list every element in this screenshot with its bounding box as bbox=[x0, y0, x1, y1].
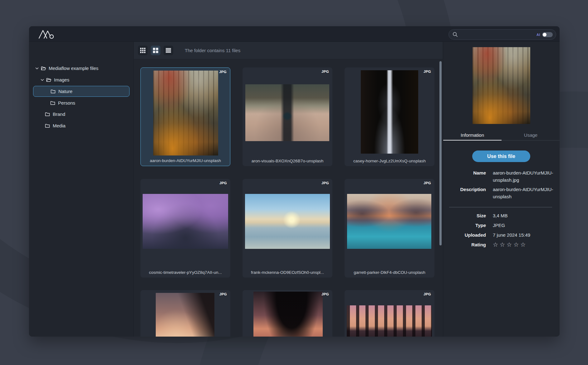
star-icon[interactable]: ☆ bbox=[520, 241, 526, 248]
file-type-badge: JPG bbox=[321, 181, 329, 185]
mediaflow-window: AI Mediaflow example files bbox=[29, 26, 560, 337]
meta-rating-row: Rating ☆ ☆ ☆ ☆ ☆ bbox=[444, 241, 559, 248]
sidebar-item-images[interactable]: Images bbox=[33, 74, 130, 85]
file-card[interactable]: JPG casey-horner-JvgLz2UmXsQ-unsplash bbox=[345, 67, 434, 166]
file-thumbnail bbox=[143, 194, 228, 249]
main-toolbar: The folder contains 11 files bbox=[134, 42, 443, 59]
meta-label: Type bbox=[444, 222, 486, 229]
file-card[interactable]: JPG garrett-parker-DlkF4-dbCOU-unsplash bbox=[345, 179, 434, 278]
sidebar-item-nature[interactable]: Nature bbox=[33, 86, 130, 97]
file-card[interactable]: JPG frank-mckenna-OD9EOzfSOh0-unspl... bbox=[243, 179, 332, 278]
file-thumbnail bbox=[347, 194, 431, 249]
file-type-badge: JPG bbox=[424, 70, 431, 73]
meta-label: Uploaded bbox=[444, 231, 486, 239]
grid-large-view-button[interactable] bbox=[151, 46, 160, 55]
selected-file-preview bbox=[473, 47, 530, 124]
file-card[interactable]: JPG bbox=[243, 290, 332, 337]
star-icon[interactable]: ☆ bbox=[507, 241, 512, 248]
sidebar-item-label: Mediaflow example files bbox=[49, 66, 98, 71]
file-name: aaron-burden-AtDUYurMJIU-unsplash bbox=[143, 158, 228, 163]
file-card[interactable]: JPG bbox=[140, 290, 230, 337]
file-fields: Name aaron-burden-AtDUYurMJIU-unsplash.j… bbox=[444, 169, 559, 202]
meta-uploaded-row: Uploaded 7 june 2024 15:49 bbox=[444, 231, 559, 239]
field-value: aaron-burden-AtDUYurMJIU-unsplash.jpg bbox=[493, 169, 557, 184]
sidebar-item-mediaflow-example-files[interactable]: Mediaflow example files bbox=[33, 63, 130, 74]
app-header: AI bbox=[29, 26, 560, 42]
search-bar: AI bbox=[448, 29, 556, 40]
star-icon[interactable]: ☆ bbox=[493, 241, 498, 248]
meta-value: JPEG bbox=[493, 222, 557, 229]
file-thumbnail bbox=[245, 194, 330, 249]
folder-open-icon bbox=[41, 66, 46, 71]
field-label: Description bbox=[444, 186, 486, 200]
file-name: casey-horner-JvgLz2UmXsQ-unsplash bbox=[346, 159, 433, 163]
folder-icon bbox=[51, 89, 56, 94]
file-info-panel: Information Usage Use this file Name aar… bbox=[443, 42, 560, 337]
file-card[interactable]: JPG aaron-burden-AtDUYurMJIU-unsplash bbox=[140, 67, 230, 166]
tab-usage[interactable]: Usage bbox=[502, 130, 560, 140]
meta-label: Rating bbox=[444, 241, 486, 248]
file-type-badge: JPG bbox=[321, 292, 329, 296]
sidebar-item-label: Images bbox=[54, 77, 69, 82]
folder-icon bbox=[50, 101, 56, 105]
sidebar-item-media[interactable]: Media bbox=[33, 120, 130, 131]
ai-toggle-knob bbox=[543, 33, 546, 37]
folder-icon bbox=[45, 112, 50, 116]
file-thumbnail bbox=[361, 70, 418, 154]
meta-type-row: Type JPEG bbox=[444, 222, 559, 229]
chevron-down-icon[interactable] bbox=[35, 67, 39, 70]
folder-icon bbox=[45, 124, 50, 128]
meta-value: 3,4 MB bbox=[493, 212, 557, 219]
chevron-down-icon[interactable] bbox=[41, 79, 44, 81]
meta-label: Size bbox=[444, 212, 486, 219]
grid-small-view-button[interactable] bbox=[138, 46, 148, 55]
star-icon[interactable]: ☆ bbox=[500, 241, 505, 248]
folder-open-icon bbox=[46, 78, 51, 82]
desktop-backdrop: AI Mediaflow example files bbox=[0, 0, 588, 365]
file-type-badge: JPG bbox=[321, 70, 329, 73]
file-thumbnail bbox=[253, 292, 323, 337]
file-name: frank-mckenna-OD9EOzfSOh0-unspl... bbox=[244, 270, 331, 275]
mediaflow-logo bbox=[37, 29, 57, 40]
star-icon[interactable]: ☆ bbox=[513, 241, 519, 248]
search-icon bbox=[453, 32, 458, 37]
sidebar-item-label: Nature bbox=[58, 89, 72, 94]
ai-label: AI bbox=[537, 33, 540, 37]
file-name: cosmic-timetraveler-pYyOZ8q7AII-un... bbox=[142, 270, 228, 275]
file-card[interactable]: JPG cosmic-timetraveler-pYyOZ8q7AII-un..… bbox=[140, 179, 230, 278]
field-description-row: Description aaron-burden-AtDUYurMJIU-uns… bbox=[444, 186, 559, 200]
list-view-button[interactable] bbox=[164, 46, 173, 55]
meta-value: 7 june 2024 15:49 bbox=[493, 231, 557, 239]
sidebar-item-label: Persons bbox=[58, 100, 75, 106]
search-input[interactable] bbox=[460, 32, 537, 37]
file-type-badge: JPG bbox=[219, 70, 227, 74]
file-meta: Size 3,4 MB Type JPEG Uploaded 7 june 20… bbox=[444, 212, 559, 251]
file-thumbnail bbox=[153, 71, 218, 155]
file-card[interactable]: JPG aron-visuals-BXOXnQ26B7o-unsplash bbox=[243, 67, 332, 166]
grid-small-icon bbox=[140, 48, 145, 53]
ai-toggle[interactable] bbox=[542, 32, 553, 37]
sidebar-item-label: Media bbox=[53, 123, 66, 128]
file-thumbnail bbox=[156, 293, 214, 337]
file-type-badge: JPG bbox=[219, 292, 227, 296]
folder-count-text: The folder contains 11 files bbox=[185, 48, 240, 53]
file-type-badge: JPG bbox=[424, 292, 431, 296]
panel-divider bbox=[449, 207, 552, 207]
field-name-row: Name aaron-burden-AtDUYurMJIU-unsplash.j… bbox=[444, 169, 559, 184]
list-icon bbox=[166, 48, 171, 53]
folder-sidebar: Mediaflow example files Images Nature bbox=[29, 42, 134, 337]
file-name: garrett-parker-DlkF4-dbCOU-unsplash bbox=[346, 270, 433, 275]
sidebar-item-label: Brand bbox=[53, 111, 65, 117]
field-label: Name bbox=[444, 169, 486, 184]
use-this-file-button[interactable]: Use this file bbox=[472, 150, 530, 162]
file-thumbnail bbox=[245, 84, 329, 141]
sidebar-item-persons[interactable]: Persons bbox=[33, 97, 130, 108]
main-scrollbar[interactable] bbox=[439, 61, 442, 245]
file-card[interactable]: JPG bbox=[345, 290, 434, 337]
grid-large-icon bbox=[153, 48, 158, 53]
meta-size-row: Size 3,4 MB bbox=[444, 212, 559, 219]
file-type-badge: JPG bbox=[424, 181, 431, 185]
field-value: aaron-burden-AtDUYurMJIU-unsplash bbox=[493, 186, 557, 200]
tab-information[interactable]: Information bbox=[443, 130, 502, 140]
sidebar-item-brand[interactable]: Brand bbox=[33, 109, 130, 120]
